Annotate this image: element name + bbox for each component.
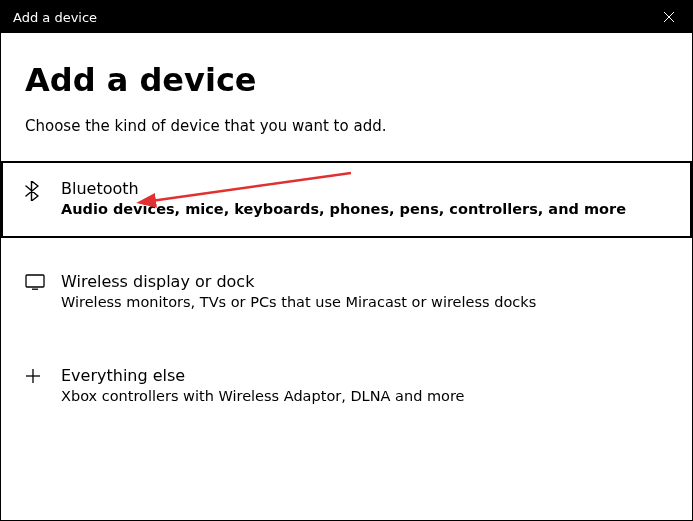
window-title: Add a device [13,10,97,25]
page-heading: Add a device [25,61,668,99]
device-option-list: Bluetooth Audio devices, mice, keyboards… [25,161,668,425]
option-title: Wireless display or dock [61,272,668,291]
page-subheading: Choose the kind of device that you want … [25,117,668,135]
display-icon [25,274,47,290]
option-desc: Xbox controllers with Wireless Adaptor, … [61,387,668,407]
option-text: Bluetooth Audio devices, mice, keyboards… [61,179,668,220]
option-desc: Audio devices, mice, keyboards, phones, … [61,200,668,220]
option-text: Everything else Xbox controllers with Wi… [61,366,668,407]
option-title: Everything else [61,366,668,385]
option-everything-else[interactable]: Everything else Xbox controllers with Wi… [1,348,692,425]
titlebar: Add a device [1,1,692,33]
option-wireless-display[interactable]: Wireless display or dock Wireless monito… [1,254,692,331]
option-desc: Wireless monitors, TVs or PCs that use M… [61,293,668,313]
option-title: Bluetooth [61,179,668,198]
plus-icon [25,368,47,384]
close-icon [663,11,675,23]
option-text: Wireless display or dock Wireless monito… [61,272,668,313]
option-bluetooth[interactable]: Bluetooth Audio devices, mice, keyboards… [1,161,692,238]
close-button[interactable] [646,1,692,33]
svg-rect-2 [26,275,44,287]
bluetooth-icon [25,181,47,201]
dialog-content: Add a device Choose the kind of device t… [1,33,692,425]
